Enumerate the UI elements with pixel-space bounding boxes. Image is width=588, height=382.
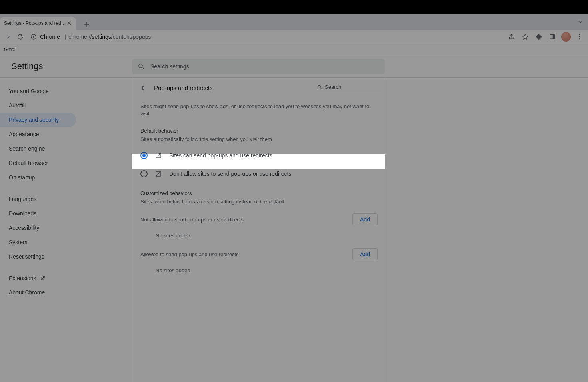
svg-point-6 <box>579 38 580 39</box>
page-title: Pop-ups and redirects <box>154 84 213 91</box>
svg-point-5 <box>579 36 580 37</box>
side-panel-icon[interactable] <box>546 31 558 43</box>
sidebar-item-downloads[interactable]: Downloads <box>0 206 76 221</box>
allowed-empty-text: No sites added <box>132 260 386 278</box>
svg-rect-3 <box>553 34 555 39</box>
popup-block-icon <box>155 170 162 177</box>
settings-header: Settings Search settings <box>0 55 588 78</box>
sidebar-item-extensions[interactable]: Extensions <box>0 271 76 285</box>
bookmark-star-icon[interactable] <box>519 31 531 43</box>
search-settings-input[interactable]: Search settings <box>132 59 385 74</box>
window-top-black <box>0 0 588 14</box>
content-search-placeholder: Search <box>325 84 341 90</box>
popup-allow-icon <box>155 152 162 159</box>
sidebar-item-languages[interactable]: Languages <box>0 192 76 206</box>
tab-strip: Settings - Pop-ups and redirec <box>0 14 588 30</box>
sidebar-item-reset-settings[interactable]: Reset settings <box>0 249 76 264</box>
settings-app: Settings Search settings You and Google … <box>0 55 588 382</box>
radio-allow-popups[interactable]: Sites can send pop-ups and use redirects <box>132 146 386 165</box>
url-path: chrome://settings/content/popups <box>68 34 151 40</box>
not-allowed-empty-text: No sites added <box>132 225 386 243</box>
customized-subtitle: Sites listed below follow a custom setti… <box>132 197 386 209</box>
toolbar: Chrome | chrome://settings/content/popup… <box>0 30 588 44</box>
bookmark-item[interactable]: Gmail <box>2 46 19 53</box>
settings-main: Pop-ups and redirects Search Sites might… <box>132 78 386 382</box>
sidebar-item-default-browser[interactable]: Default browser <box>0 156 76 170</box>
svg-point-4 <box>579 34 580 35</box>
browser-tab[interactable]: Settings - Pop-ups and redirec <box>0 17 76 30</box>
sidebar-item-appearance[interactable]: Appearance <box>0 127 76 141</box>
tab-title: Settings - Pop-ups and redirec <box>4 20 66 26</box>
default-behavior-title: Default behavior <box>132 121 386 135</box>
new-tab-button[interactable] <box>81 18 93 30</box>
forward-button[interactable] <box>2 31 14 43</box>
toolbar-right <box>506 31 586 43</box>
intro-text: Sites might send pop-ups to show ads, or… <box>132 97 386 121</box>
sidebar-item-about-chrome[interactable]: About Chrome <box>0 285 76 300</box>
sidebar-item-privacy-and-security[interactable]: Privacy and security <box>0 113 76 127</box>
sidebar-item-accessibility[interactable]: Accessibility <box>0 221 76 235</box>
url-divider: | <box>65 34 66 40</box>
add-allowed-button[interactable]: Add <box>352 248 378 260</box>
radio-label: Don't allow sites to send pop-ups or use… <box>169 171 291 177</box>
sidebar-item-on-startup[interactable]: On startup <box>0 170 76 185</box>
url-scheme-label: Chrome <box>40 34 60 40</box>
search-icon <box>138 63 145 70</box>
radio-button-icon <box>140 170 148 177</box>
external-link-icon <box>40 275 46 281</box>
back-arrow-icon[interactable] <box>137 81 151 94</box>
bookmarks-bar: Gmail <box>0 44 588 55</box>
search-icon <box>317 84 322 90</box>
svg-point-7 <box>139 64 142 68</box>
extensions-icon[interactable] <box>533 31 545 43</box>
allowed-label: Allowed to send pop-ups and use redirect… <box>140 251 239 257</box>
tab-list-chevron-icon[interactable] <box>578 19 583 25</box>
settings-title: Settings <box>11 61 43 72</box>
profile-avatar[interactable] <box>560 31 572 43</box>
svg-point-8 <box>318 85 320 88</box>
customized-title: Customized behaviors <box>132 183 386 197</box>
radio-button-icon <box>140 152 148 159</box>
address-bar[interactable]: Chrome | chrome://settings/content/popup… <box>26 31 506 42</box>
sidebar-item-label: Extensions <box>9 275 36 281</box>
site-info-icon[interactable] <box>30 34 37 40</box>
not-allowed-row: Not allowed to send pop-ups or use redir… <box>132 209 386 225</box>
allowed-row: Allowed to send pop-ups and use redirect… <box>132 243 386 260</box>
not-allowed-label: Not allowed to send pop-ups or use redir… <box>140 217 244 223</box>
add-not-allowed-button[interactable]: Add <box>352 213 378 225</box>
sidebar-item-system[interactable]: System <box>0 235 76 249</box>
default-behavior-subtitle: Sites automatically follow this setting … <box>132 135 386 146</box>
sidebar-item-you-and-google[interactable]: You and Google <box>0 84 76 98</box>
content-search-input[interactable]: Search <box>317 84 381 91</box>
content-header: Pop-ups and redirects Search <box>132 78 386 97</box>
sidebar-item-autofill[interactable]: Autofill <box>0 98 76 113</box>
reload-button[interactable] <box>14 31 26 43</box>
close-tab-icon[interactable] <box>66 20 72 26</box>
search-placeholder: Search settings <box>150 63 189 70</box>
svg-point-1 <box>33 36 34 38</box>
settings-sidebar: You and Google Autofill Privacy and secu… <box>0 78 120 382</box>
radio-label: Sites can send pop-ups and use redirects <box>169 152 272 159</box>
share-icon[interactable] <box>506 31 518 43</box>
kebab-menu-icon[interactable] <box>574 31 586 43</box>
radio-block-popups[interactable]: Don't allow sites to send pop-ups or use… <box>132 165 386 183</box>
sidebar-item-search-engine[interactable]: Search engine <box>0 141 76 156</box>
